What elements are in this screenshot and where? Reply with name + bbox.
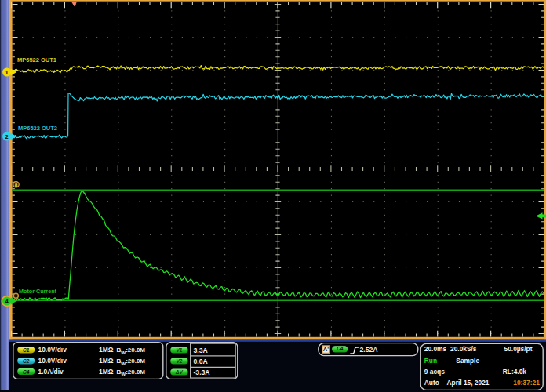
svg-text:C4: C4 bbox=[23, 369, 30, 375]
svg-text:C2: C2 bbox=[23, 358, 30, 364]
svg-text:MP6522 OUT1: MP6522 OUT1 bbox=[17, 56, 56, 64]
svg-text:1: 1 bbox=[5, 69, 9, 76]
svg-text:9 acqs: 9 acqs bbox=[424, 368, 445, 376]
svg-text:A': A' bbox=[323, 346, 329, 353]
svg-text:50.0µs/pt: 50.0µs/pt bbox=[504, 345, 532, 353]
svg-text:RL:4.0k: RL:4.0k bbox=[503, 368, 527, 376]
svg-text:10.0V/div: 10.0V/div bbox=[38, 346, 67, 354]
svg-text:Motor Current: Motor Current bbox=[19, 288, 57, 295]
svg-text:0.0A: 0.0A bbox=[194, 358, 208, 365]
svg-text:10:37:21: 10:37:21 bbox=[513, 379, 540, 387]
svg-text:10.0V/div: 10.0V/div bbox=[38, 357, 67, 365]
svg-text:1MΩ: 1MΩ bbox=[99, 346, 114, 354]
svg-text:V2: V2 bbox=[176, 358, 182, 364]
svg-text:BW:20.0M: BW:20.0M bbox=[117, 358, 146, 365]
svg-text:1.0A/div: 1.0A/div bbox=[38, 368, 64, 376]
svg-text:Run: Run bbox=[424, 357, 437, 365]
svg-text:3.3A: 3.3A bbox=[194, 347, 208, 354]
svg-text:20.0kS/s: 20.0kS/s bbox=[450, 345, 477, 353]
svg-text:-3.3A: -3.3A bbox=[194, 368, 210, 376]
svg-text:MP6522 OUT2: MP6522 OUT2 bbox=[18, 125, 57, 132]
svg-text:C4: C4 bbox=[337, 346, 344, 351]
svg-text:BW:20.0M: BW:20.0M bbox=[117, 368, 146, 376]
svg-text:2.52A: 2.52A bbox=[360, 346, 378, 354]
svg-text:1MΩ: 1MΩ bbox=[99, 368, 114, 376]
svg-text:2: 2 bbox=[5, 133, 9, 140]
svg-text:C1: C1 bbox=[23, 347, 30, 353]
svg-text:20.0ms: 20.0ms bbox=[424, 345, 447, 353]
svg-text:April 15, 2021: April 15, 2021 bbox=[447, 379, 490, 387]
svg-text:V1: V1 bbox=[176, 347, 182, 353]
svg-text:a: a bbox=[15, 182, 18, 187]
svg-text:Auto: Auto bbox=[424, 379, 439, 387]
svg-text:BW:20.0M: BW:20.0M bbox=[117, 347, 146, 354]
svg-text:Sample: Sample bbox=[456, 357, 479, 365]
svg-text:ΔV: ΔV bbox=[175, 369, 183, 375]
svg-text:1MΩ: 1MΩ bbox=[99, 357, 114, 365]
